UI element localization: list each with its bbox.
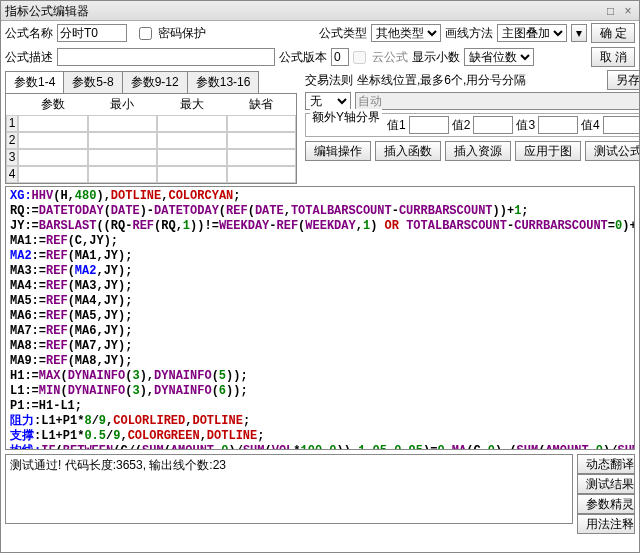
params-panel: 参数 最小 最大 缺省 1 2 3 4	[5, 93, 297, 184]
desc-input[interactable]	[57, 48, 275, 66]
ok-button[interactable]: 确 定	[591, 23, 635, 43]
trade-label: 交易法则	[305, 72, 353, 89]
val3-input[interactable]	[538, 116, 578, 134]
param-cell[interactable]	[18, 115, 88, 132]
name-input[interactable]	[57, 24, 127, 42]
name-label: 公式名称	[5, 25, 53, 42]
tab-params-13-16[interactable]: 参数13-16	[187, 71, 260, 93]
cloud-checkbox	[353, 51, 366, 64]
code-editor[interactable]: XG:HHV(H,480),DOTLINE,COLORCYAN;RQ:=DATE…	[5, 186, 635, 450]
desc-label: 公式描述	[5, 49, 53, 66]
close-icon[interactable]: ×	[621, 1, 635, 21]
extra-y-legend: 额外Y轴分界	[310, 109, 382, 126]
param-tabs: 参数1-4 参数5-8 参数9-12 参数13-16	[5, 71, 301, 93]
window-title: 指标公式编辑器	[5, 1, 89, 20]
cloud-label: 云公式	[372, 49, 408, 66]
trade-select[interactable]: 无	[305, 92, 351, 110]
dec-select[interactable]: 缺省位数	[464, 48, 534, 66]
cancel-button[interactable]: 取 消	[591, 47, 635, 67]
titlebar: 指标公式编辑器 □ ×	[1, 1, 639, 21]
coord-input[interactable]	[355, 92, 640, 110]
type-label: 公式类型	[319, 25, 367, 42]
hdr-min: 最小	[88, 94, 158, 115]
apply-button[interactable]: 应用于图	[515, 141, 581, 161]
test-result-button[interactable]: 测试结果	[577, 474, 635, 494]
val1-input[interactable]	[409, 116, 449, 134]
dec-label: 显示小数	[412, 49, 460, 66]
val2-input[interactable]	[473, 116, 513, 134]
line-more-button[interactable]: ▾	[571, 24, 587, 42]
coord-label: 坐标线位置,最多6个,用分号分隔	[357, 72, 603, 89]
tab-params-1-4[interactable]: 参数1-4	[5, 71, 64, 93]
insert-fn-button[interactable]: 插入函数	[375, 141, 441, 161]
val4-input[interactable]	[603, 116, 640, 134]
translate-button[interactable]: 动态翻译	[577, 454, 635, 474]
usage-button[interactable]: 用法注释	[577, 514, 635, 534]
line-select[interactable]: 主图叠加	[497, 24, 567, 42]
ver-input[interactable]	[331, 48, 349, 66]
saveas-button[interactable]: 另存为	[607, 70, 640, 90]
password-label: 密码保护	[158, 25, 206, 42]
edit-button[interactable]: 编辑操作	[305, 141, 371, 161]
window-controls: □ ×	[604, 1, 635, 20]
tab-params-9-12[interactable]: 参数9-12	[122, 71, 188, 93]
ver-label: 公式版本	[279, 49, 327, 66]
param-wizard-button[interactable]: 参数精灵	[577, 494, 635, 514]
insert-res-button[interactable]: 插入资源	[445, 141, 511, 161]
test-button[interactable]: 测试公式	[585, 141, 640, 161]
extra-y-fieldset: 额外Y轴分界 值1 值2 值3 值4	[305, 113, 640, 137]
hdr-def: 缺省	[227, 94, 297, 115]
tab-params-5-8[interactable]: 参数5-8	[63, 71, 122, 93]
line-label: 画线方法	[445, 25, 493, 42]
type-select[interactable]: 其他类型	[371, 24, 441, 42]
status-bar: 测试通过! 代码长度:3653, 输出线个数:23	[5, 454, 573, 524]
password-checkbox[interactable]	[139, 27, 152, 40]
maximize-icon[interactable]: □	[604, 1, 618, 21]
hdr-max: 最大	[157, 94, 227, 115]
hdr-param: 参数	[18, 94, 88, 115]
